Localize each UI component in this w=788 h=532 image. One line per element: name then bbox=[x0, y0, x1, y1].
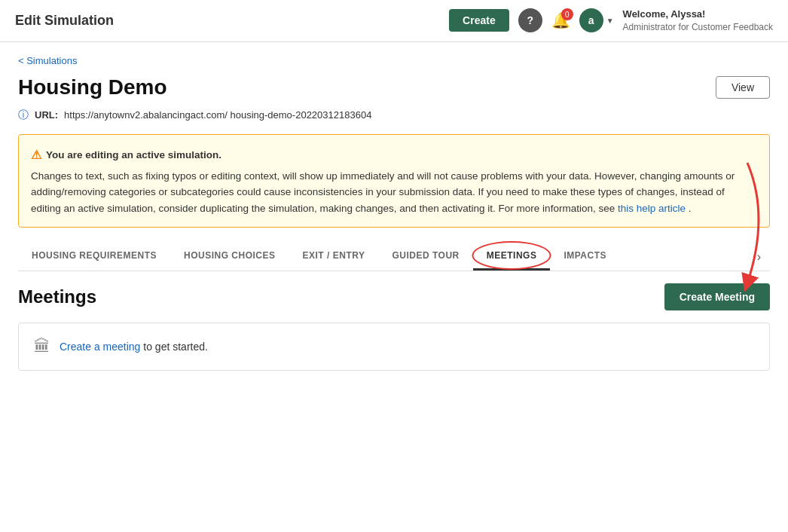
tab-housing-choices[interactable]: HOUSING CHOICES bbox=[170, 243, 289, 271]
section-header: Meetings Create Meeting bbox=[18, 283, 770, 310]
chevron-down-icon: ▼ bbox=[606, 17, 614, 25]
tab-guided-tour[interactable]: GUIDED TOUR bbox=[378, 243, 472, 271]
header-actions: Create ? 🔔 0 a ▼ Welcome, Alyssa! Admini… bbox=[449, 8, 773, 34]
create-meeting-wrapper: Create Meeting bbox=[664, 283, 770, 310]
view-button[interactable]: View bbox=[716, 76, 770, 99]
create-button[interactable]: Create bbox=[449, 9, 509, 32]
warning-title: ⚠ You are editing an active simulation. bbox=[31, 145, 757, 165]
help-article-link[interactable]: this help article bbox=[618, 203, 686, 214]
empty-state-text: Create a meeting to get started. bbox=[60, 341, 208, 353]
tab-meetings[interactable]: MEETINGS bbox=[473, 243, 551, 271]
page-header-title: Edit Simulation bbox=[15, 13, 449, 29]
warning-title-text: You are editing an active simulation. bbox=[46, 147, 221, 164]
create-meeting-link[interactable]: Create a meeting bbox=[60, 341, 140, 353]
main-content: < Simulations Housing Demo View ⓘ URL: h… bbox=[0, 42, 788, 383]
tabs-next-icon[interactable]: › bbox=[748, 244, 770, 270]
tabs: HOUSING REQUIREMENTS HOUSING CHOICES EXI… bbox=[18, 243, 770, 271]
avatar: a bbox=[579, 8, 603, 32]
section-title: Meetings bbox=[18, 286, 96, 307]
tab-housing-requirements[interactable]: HOUSING REQUIREMENTS bbox=[18, 243, 170, 271]
url-value: https://anytownv2.abalancingact.com/ hou… bbox=[64, 109, 371, 121]
url-label: URL: bbox=[35, 109, 58, 121]
empty-state-suffix: to get started. bbox=[143, 341, 208, 353]
user-name: Welcome, Alyssa! bbox=[623, 8, 773, 21]
breadcrumb: < Simulations bbox=[18, 54, 770, 66]
url-icon: ⓘ bbox=[18, 109, 29, 122]
notification-badge: 0 bbox=[561, 8, 573, 20]
user-menu[interactable]: a ▼ bbox=[579, 8, 614, 32]
notifications-bell[interactable]: 🔔 0 bbox=[551, 11, 570, 29]
breadcrumb-link[interactable]: < Simulations bbox=[18, 55, 77, 66]
help-icon[interactable]: ? bbox=[518, 8, 542, 32]
warning-banner: ⚠ You are editing an active simulation. … bbox=[18, 134, 770, 228]
page-title: Housing Demo bbox=[18, 75, 167, 99]
header: Edit Simulation Create ? 🔔 0 a ▼ Welcome… bbox=[0, 0, 788, 42]
meeting-building-icon: 🏛 bbox=[34, 337, 50, 356]
user-role: Administrator for Customer Feedback bbox=[623, 21, 773, 34]
meetings-highlight-circle bbox=[472, 241, 551, 270]
warning-icon: ⚠ bbox=[31, 145, 41, 165]
tabs-container: HOUSING REQUIREMENTS HOUSING CHOICES EXI… bbox=[18, 243, 770, 271]
meetings-section: Meetings Create Meeting 🏛 Create a meeti… bbox=[18, 283, 770, 371]
tab-impacts[interactable]: IMPACTS bbox=[550, 243, 620, 271]
user-info: Welcome, Alyssa! Administrator for Custo… bbox=[623, 8, 773, 34]
empty-state-card: 🏛 Create a meeting to get started. bbox=[18, 323, 770, 371]
create-meeting-button[interactable]: Create Meeting bbox=[664, 283, 770, 310]
tab-exit-entry[interactable]: EXIT / ENTRY bbox=[289, 243, 379, 271]
warning-period: . bbox=[689, 203, 692, 214]
url-row: ⓘ URL: https://anytownv2.abalancingact.c… bbox=[18, 109, 770, 122]
page-title-row: Housing Demo View bbox=[18, 75, 770, 99]
